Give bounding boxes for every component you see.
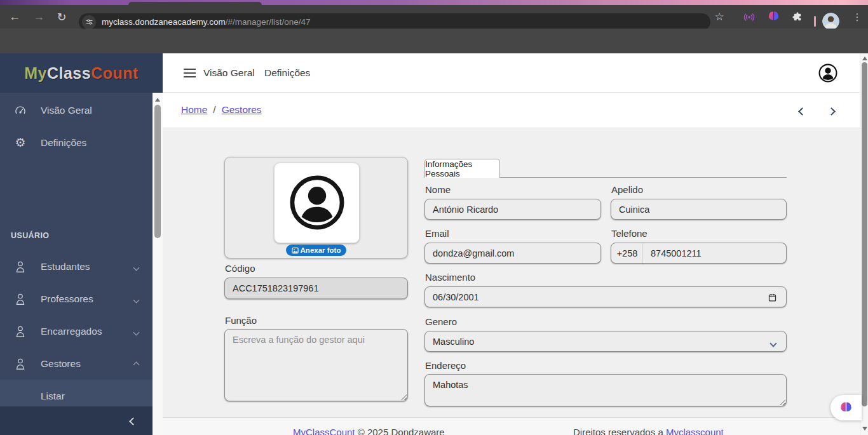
- chevron-down-icon: [134, 293, 139, 305]
- codigo-input[interactable]: [224, 278, 408, 299]
- url-path: /#/manager/list/one/47: [226, 17, 311, 27]
- page-footer: MyClassCount © 2025 Dondzaware Direitos …: [163, 417, 868, 435]
- sidebar-item-estudantes[interactable]: Estudantes: [0, 250, 153, 283]
- breadcrumb-link-gestores[interactable]: Gestores: [222, 104, 262, 116]
- back-button[interactable]: ←: [4, 5, 25, 29]
- email-input[interactable]: [424, 243, 601, 264]
- chevron-up-icon: [134, 358, 139, 370]
- app-logo[interactable]: MyClassCount: [0, 53, 163, 93]
- email-label: Email: [425, 228, 449, 239]
- apelido-input[interactable]: [611, 199, 787, 220]
- nascimento-date-input[interactable]: 06/30/2001: [424, 286, 787, 307]
- person-icon: [0, 325, 41, 338]
- page-scrollbar[interactable]: [860, 53, 868, 435]
- telefone-prefix: +258: [611, 243, 644, 264]
- sidebar-subitem-label: Listar: [41, 391, 65, 402]
- sidebar-scrollbar-thumb[interactable]: [154, 105, 161, 238]
- sidebar-collapse-bar[interactable]: [0, 406, 153, 435]
- user-avatar-icon[interactable]: [818, 64, 837, 85]
- previous-record-button[interactable]: [796, 105, 808, 117]
- attach-photo-button[interactable]: Anexar foto: [286, 244, 347, 256]
- photo-card: Anexar foto: [224, 157, 408, 258]
- breadcrumb-link-home[interactable]: Home: [181, 104, 207, 116]
- genero-select[interactable]: Masculino: [424, 331, 787, 352]
- extension-floating-button[interactable]: [831, 395, 862, 420]
- dashboard-icon: [0, 104, 41, 117]
- apelido-label: Apelido: [611, 184, 643, 195]
- nascimento-value: 06/30/2001: [433, 292, 479, 302]
- sidebar-item-visao-geral[interactable]: Visão Geral: [0, 94, 153, 126]
- nome-label: Nome: [425, 184, 451, 195]
- sidebar-item-label: Professores: [41, 293, 93, 305]
- reload-button[interactable]: ↻: [51, 5, 72, 29]
- top-navbar: Visão Geral Definições: [163, 53, 868, 93]
- sidebar-item-professores[interactable]: Professores: [0, 283, 153, 315]
- person-icon: [0, 358, 41, 370]
- footer-rights-link[interactable]: Myclasscount: [666, 427, 724, 435]
- profile-photo-placeholder[interactable]: [274, 163, 360, 243]
- endereco-textarea[interactable]: Mahotas: [424, 374, 787, 406]
- browser-tab-strip[interactable]: [0, 0, 868, 5]
- nascimento-label: Nascimento: [425, 272, 475, 283]
- endereco-label: Endereço: [425, 360, 466, 371]
- attach-photo-label: Anexar foto: [301, 246, 341, 254]
- tab-informacoes-pessoais[interactable]: Informações Pessoais: [424, 159, 500, 178]
- calendar-icon[interactable]: [768, 293, 777, 302]
- sidebar-item-definicoes[interactable]: ⚙ Definições: [0, 126, 153, 159]
- sidebar-scrollbar[interactable]: [153, 93, 163, 435]
- sidebar-item-label: Visão Geral: [41, 105, 92, 116]
- sidebar-item-label: Gestores: [41, 358, 81, 370]
- url-text: myclass.dondzaneacademy.com/#/manager/li…: [102, 17, 310, 27]
- telefone-label: Telefone: [611, 228, 648, 239]
- page-scroll-down-arrow[interactable]: [862, 427, 867, 431]
- image-icon: [292, 247, 299, 254]
- telefone-input[interactable]: [643, 243, 787, 264]
- sidebar-item-encarregados[interactable]: Encarregados: [0, 315, 153, 347]
- browser-menu-icon[interactable]: ⋮: [846, 5, 868, 29]
- screen: ← → ↻ myclass.dondzaneacademy.com/#/mana…: [0, 0, 868, 435]
- bookmark-star-icon[interactable]: ☆: [709, 5, 730, 29]
- page-scroll-up-arrow[interactable]: [862, 57, 867, 60]
- genero-label: Genero: [425, 316, 457, 327]
- footer-brand-link[interactable]: MyClassCount: [293, 427, 355, 435]
- topnav-link-visao-geral[interactable]: Visão Geral: [203, 67, 255, 79]
- sidebar-item-label: Estudantes: [41, 261, 90, 272]
- person-icon: [0, 293, 41, 305]
- forward-button[interactable]: →: [28, 5, 50, 29]
- gear-icon: ⚙: [0, 135, 41, 150]
- bookmarks-bar: All Bookmarks: [0, 29, 868, 53]
- topnav-link-definicoes[interactable]: Definições: [264, 67, 310, 79]
- collapse-chevron-icon[interactable]: [130, 415, 136, 427]
- sidebar: MyClassCount Visão Geral ⚙ Definições US…: [0, 53, 163, 435]
- broadcast-extension-icon[interactable]: [738, 5, 760, 29]
- chevron-down-icon: [134, 261, 139, 272]
- scroll-up-arrow[interactable]: [155, 98, 160, 102]
- browser-toolbar: ← → ↻ myclass.dondzaneacademy.com/#/mana…: [0, 5, 868, 29]
- toolbar-separator: [814, 16, 816, 27]
- funcao-label: Função: [225, 315, 257, 326]
- address-bar[interactable]: myclass.dondzaneacademy.com/#/manager/li…: [79, 13, 710, 30]
- page-scrollbar-thumb[interactable]: [862, 62, 867, 406]
- sidebar-item-label: Encarregados: [41, 326, 102, 337]
- codigo-label: Código: [225, 263, 255, 274]
- chevron-down-icon: [134, 326, 139, 337]
- hamburger-menu-icon[interactable]: [184, 69, 196, 80]
- breadcrumb: Home / Gestores: [163, 93, 868, 128]
- sidebar-item-gestores[interactable]: Gestores: [0, 347, 153, 380]
- url-host: myclass.dondzaneacademy.com: [102, 17, 226, 27]
- next-record-button[interactable]: [825, 105, 837, 117]
- footer-rights-text: Direitos reservados a: [573, 427, 663, 435]
- person-icon: [0, 260, 41, 273]
- sidebar-section-usuario: USUÁRIO: [11, 231, 151, 240]
- footer-copyright: © 2025 Dondzaware: [358, 427, 445, 435]
- funcao-textarea[interactable]: [224, 329, 408, 401]
- nome-input[interactable]: [424, 199, 601, 220]
- manager-detail-panel: Anexar foto Código Função Informações Pe…: [163, 128, 868, 417]
- sidebar-item-label: Definições: [41, 137, 86, 149]
- browser-profile-avatar[interactable]: [822, 13, 839, 30]
- extensions-puzzle-icon[interactable]: [787, 5, 808, 29]
- select-chevron-icon: [771, 338, 776, 348]
- genero-value: Masculino: [433, 337, 474, 347]
- site-settings-icon[interactable]: [82, 15, 96, 29]
- brain-extension-icon[interactable]: [763, 5, 784, 29]
